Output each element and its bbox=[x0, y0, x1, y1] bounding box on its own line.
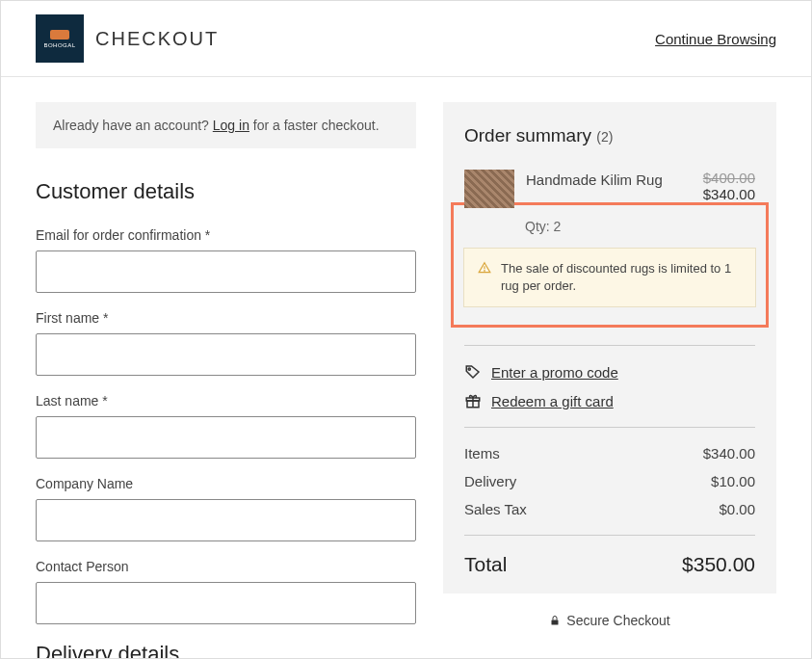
login-link[interactable]: Log in bbox=[213, 118, 249, 133]
left-column: Already have an account? Log in for a fa… bbox=[36, 102, 416, 659]
email-label: Email for order confirmation * bbox=[36, 227, 416, 243]
logo-icon bbox=[50, 30, 69, 40]
account-prefix: Already have an account? bbox=[53, 118, 213, 133]
summary-title-text: Order summary bbox=[464, 125, 591, 145]
divider bbox=[464, 427, 755, 428]
continue-browsing-link[interactable]: Continue Browsing bbox=[655, 31, 776, 47]
page-title: CHECKOUT bbox=[95, 28, 219, 50]
secure-label: Secure Checkout bbox=[566, 613, 669, 628]
first-name-label: First name * bbox=[36, 310, 416, 326]
account-suffix: for a faster checkout. bbox=[249, 118, 380, 133]
gift-card-label: Redeem a gift card bbox=[491, 393, 614, 409]
email-field-wrapper: Email for order confirmation * bbox=[36, 227, 416, 293]
company-label: Company Name bbox=[36, 476, 416, 491]
warning-banner: The sale of discounted rugs is limited t… bbox=[463, 248, 756, 307]
delivery-value: $10.00 bbox=[711, 473, 755, 489]
divider bbox=[464, 345, 755, 346]
gift-icon bbox=[464, 392, 482, 409]
svg-point-1 bbox=[485, 271, 485, 272]
lock-icon bbox=[549, 614, 561, 627]
promo-code-label: Enter a promo code bbox=[491, 364, 618, 381]
items-label: Items bbox=[464, 445, 500, 461]
company-field-wrapper: Company Name bbox=[36, 476, 416, 541]
tax-value: $0.00 bbox=[719, 501, 755, 517]
tag-icon bbox=[464, 363, 482, 381]
original-price: $400.00 bbox=[703, 170, 755, 186]
total-label: Total bbox=[464, 553, 507, 576]
logo-text: BOHOGAL bbox=[43, 42, 75, 48]
items-row: Items $340.00 bbox=[464, 445, 755, 461]
secure-checkout: Secure Checkout bbox=[443, 613, 776, 628]
svg-rect-6 bbox=[552, 620, 559, 625]
contact-input[interactable] bbox=[36, 582, 416, 624]
warning-highlight: Qty: 2 The sale of discounted rugs is li… bbox=[451, 202, 769, 328]
header-left: BOHOGAL CHECKOUT bbox=[36, 14, 219, 63]
tax-row: Sales Tax $0.00 bbox=[464, 501, 755, 517]
first-name-field-wrapper: First name * bbox=[36, 310, 416, 376]
warning-icon bbox=[478, 261, 491, 275]
logo[interactable]: BOHOGAL bbox=[36, 14, 84, 63]
total-row: Total $350.00 bbox=[464, 553, 755, 576]
product-row: Handmade Kilim Rug $400.00 $340.00 bbox=[464, 170, 755, 208]
contact-label: Contact Person bbox=[36, 559, 416, 574]
warning-text: The sale of discounted rugs is limited t… bbox=[501, 260, 742, 295]
last-name-input[interactable] bbox=[36, 416, 416, 459]
email-input[interactable] bbox=[36, 250, 416, 293]
divider bbox=[464, 535, 755, 536]
last-name-field-wrapper: Last name * bbox=[36, 393, 416, 459]
total-value: $350.00 bbox=[682, 553, 755, 576]
product-thumbnail[interactable] bbox=[464, 170, 514, 208]
delivery-label: Delivery bbox=[464, 473, 516, 489]
qty-label: Qty: 2 bbox=[525, 219, 756, 234]
promo-code-row[interactable]: Enter a promo code bbox=[464, 363, 755, 381]
right-column: Order summary (2) Handmade Kilim Rug $40… bbox=[443, 102, 776, 659]
items-value: $340.00 bbox=[703, 445, 755, 461]
delivery-row: Delivery $10.00 bbox=[464, 473, 755, 489]
current-price: $340.00 bbox=[703, 186, 755, 202]
last-name-label: Last name * bbox=[36, 393, 416, 409]
order-summary: Order summary (2) Handmade Kilim Rug $40… bbox=[443, 102, 776, 593]
tax-label: Sales Tax bbox=[464, 501, 527, 517]
contact-field-wrapper: Contact Person bbox=[36, 559, 416, 624]
summary-count: (2) bbox=[596, 129, 613, 145]
header: BOHOGAL CHECKOUT Continue Browsing bbox=[1, 1, 811, 77]
account-prompt: Already have an account? Log in for a fa… bbox=[36, 102, 416, 148]
company-input[interactable] bbox=[36, 499, 416, 541]
first-name-input[interactable] bbox=[36, 333, 416, 376]
content: Already have an account? Log in for a fa… bbox=[1, 77, 811, 659]
customer-details-heading: Customer details bbox=[36, 179, 416, 204]
gift-card-row[interactable]: Redeem a gift card bbox=[464, 392, 755, 409]
delivery-details-heading: Delivery details bbox=[36, 642, 416, 659]
checkout-page: BOHOGAL CHECKOUT Continue Browsing Alrea… bbox=[0, 0, 812, 659]
order-summary-title: Order summary (2) bbox=[464, 125, 755, 146]
svg-point-2 bbox=[468, 368, 470, 370]
product-name: Handmade Kilim Rug bbox=[526, 170, 692, 208]
product-prices: $400.00 $340.00 bbox=[703, 170, 755, 208]
